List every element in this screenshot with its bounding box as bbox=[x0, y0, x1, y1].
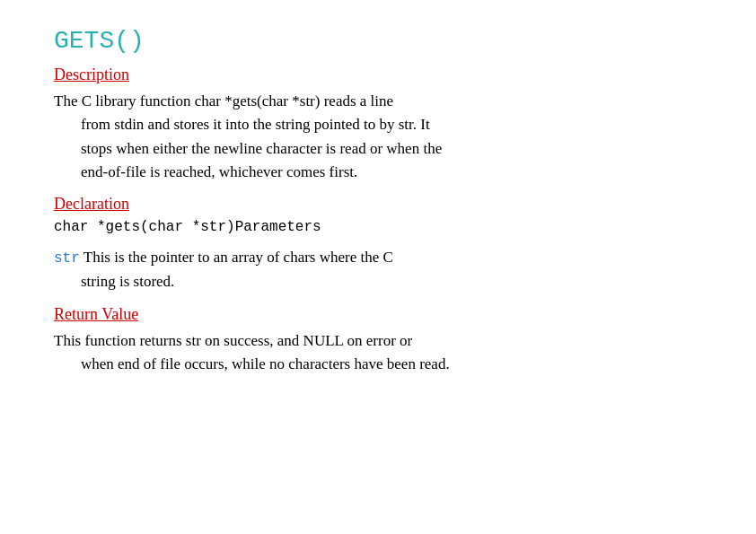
return-line1: This function returns str on success, an… bbox=[54, 332, 412, 349]
description-block: The C library function char *gets(char *… bbox=[54, 90, 702, 184]
declaration-code: char *gets(char *str)Parameters bbox=[54, 219, 702, 235]
return-block: This function returns str on success, an… bbox=[54, 329, 702, 377]
page-title: GETS() bbox=[54, 27, 702, 55]
page-container: GETS() Description The C library functio… bbox=[0, 0, 756, 534]
description-line1: The C library function char *gets(char *… bbox=[54, 92, 393, 109]
description-line3: stops when either the newline character … bbox=[54, 137, 702, 161]
return-line2: when end of file occurs, while no charac… bbox=[54, 353, 702, 376]
param-line2: string is stored. bbox=[54, 270, 702, 293]
description-line4: end-of-file is reached, whichever comes … bbox=[54, 161, 702, 184]
declaration-heading: Declaration bbox=[54, 195, 702, 214]
param-line1: This is the pointer to an array of chars… bbox=[80, 249, 393, 266]
return-heading: Return Value bbox=[54, 305, 702, 324]
param-block: str This is the pointer to an array of c… bbox=[54, 246, 702, 293]
description-heading: Description bbox=[54, 66, 702, 84]
param-keyword: str bbox=[54, 250, 80, 267]
description-line2: from stdin and stores it into the string… bbox=[54, 113, 702, 136]
